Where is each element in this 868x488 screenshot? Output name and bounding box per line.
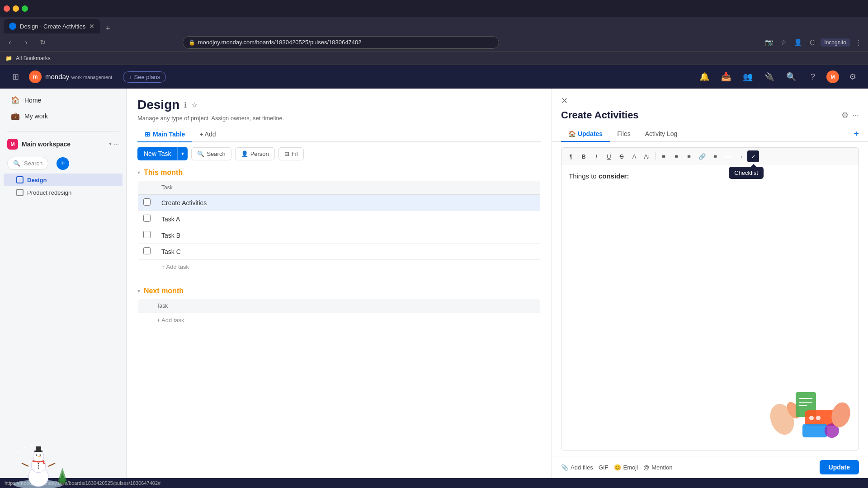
address-bar[interactable]: 🔒 moodjoy.monday.com/boards/1830420525/p…	[183, 36, 499, 49]
apps-grid-btn[interactable]: ⊞	[7, 69, 24, 85]
editor-font-size-btn[interactable]: A↕	[641, 150, 653, 162]
inbox-btn[interactable]: 📥	[718, 69, 734, 85]
task-row-a[interactable]: Task A	[138, 211, 541, 227]
invite-btn[interactable]: 👥	[740, 69, 756, 85]
right-panel: ✕ Create Activities ⚙ ··· 🏠 Updates	[552, 89, 868, 478]
search-bar[interactable]: 🔍 Search	[7, 157, 48, 170]
editor-italic-btn[interactable]: I	[590, 150, 602, 162]
see-plans-btn[interactable]: + See plans	[123, 71, 166, 83]
tab-add[interactable]: + Add	[192, 127, 223, 142]
logo-sub: work management	[71, 75, 113, 80]
editor-strikethrough-btn[interactable]: S	[616, 150, 627, 162]
update-btn[interactable]: Update	[820, 460, 859, 474]
svg-point-19	[31, 444, 33, 446]
sidebar-item-my-work[interactable]: 💼 My work	[4, 108, 123, 124]
minimize-window-btn[interactable]	[13, 5, 19, 12]
panel-tab-files[interactable]: Files	[610, 127, 638, 142]
panel-settings-btn[interactable]: ⚙	[841, 110, 849, 120]
help-btn[interactable]: ?	[805, 69, 821, 85]
filter-label: Fil	[292, 150, 298, 157]
editor-heading-btn[interactable]: ¶	[565, 150, 577, 162]
settings-btn[interactable]: ⚙	[844, 69, 861, 85]
forward-btn[interactable]: ›	[20, 36, 33, 49]
sidebar-item-home[interactable]: 🏠 Home	[4, 92, 123, 108]
search-btn[interactable]: 🔍	[783, 69, 799, 85]
editor-underline-btn[interactable]: U	[603, 150, 615, 162]
add-task-row-this-month[interactable]: + Add task	[138, 260, 541, 274]
tab-main-table[interactable]: ⊞ Main Table	[137, 127, 192, 142]
editor-link-btn[interactable]: 🔗	[696, 150, 708, 162]
panel-add-tab-btn[interactable]: +	[854, 127, 859, 141]
sidebar-item-product-redesign[interactable]: Product redesign	[4, 186, 123, 199]
menu-icon-btn[interactable]: ⋮	[852, 36, 864, 49]
task-row-b[interactable]: Task B	[138, 227, 541, 244]
add-task-row-next-month[interactable]: + Add task	[138, 313, 541, 328]
editor-bullet-btn[interactable]: ≡	[670, 150, 682, 162]
maximize-window-btn[interactable]	[22, 5, 28, 12]
more-filter-btn[interactable]: ⊟ Fil	[278, 147, 304, 160]
emoji-btn[interactable]: 😊 Emoji	[614, 464, 638, 471]
mention-btn[interactable]: @ Mention	[643, 464, 672, 471]
star-board-icon[interactable]: ☆	[191, 101, 198, 109]
profile-icon-btn[interactable]: 👤	[792, 36, 804, 49]
editor-body[interactable]: Things to consider:	[561, 165, 859, 450]
chevron-down-icon[interactable]: ▾	[109, 141, 112, 148]
info-icon[interactable]: ℹ	[184, 101, 187, 109]
editor-align-btn[interactable]: ≡	[658, 150, 670, 162]
close-window-btn[interactable]	[4, 5, 10, 12]
group-toggle-this-month[interactable]: ▾	[137, 169, 140, 176]
back-btn[interactable]: ‹	[4, 36, 16, 49]
workspace-name: Main workspace	[22, 141, 105, 148]
extension-icon-btn[interactable]: ⬡	[806, 36, 819, 49]
group-toggle-next-month[interactable]: ▾	[137, 288, 140, 294]
camera-icon-btn[interactable]: 📷	[763, 36, 775, 49]
top-nav: ⊞ m monday work management + See plans 🔔…	[0, 65, 868, 89]
task-checkbox-b[interactable]	[143, 231, 151, 238]
bookmarks-all[interactable]: All Bookmarks	[16, 55, 51, 61]
panel-more-btn[interactable]: ···	[852, 111, 859, 120]
sidebar-item-design[interactable]: Design	[4, 174, 123, 186]
board-icon-product	[16, 189, 24, 196]
editor-text-color-btn[interactable]: A	[628, 150, 640, 162]
editor-hr-btn[interactable]: —	[722, 150, 734, 162]
app-content: ⊞ m monday work management + See plans 🔔…	[0, 65, 868, 488]
task-row-c[interactable]: Task C	[138, 244, 541, 260]
integrations-btn[interactable]: 🔌	[761, 69, 778, 85]
editor-bold-btn[interactable]: B	[578, 150, 590, 162]
task-checkbox-c[interactable]	[143, 247, 151, 254]
panel-tab-updates[interactable]: 🏠 Updates	[561, 127, 610, 142]
editor-checklist-btn[interactable]: ✓	[747, 150, 759, 162]
task-row-create-activities[interactable]: Create Activities	[138, 195, 541, 211]
task-checkbox-a[interactable]	[143, 215, 151, 222]
editor-align-center-btn[interactable]: ≡	[709, 150, 721, 162]
user-avatar[interactable]: M	[826, 70, 839, 83]
editor-numbered-btn[interactable]: ≡	[683, 150, 695, 162]
editor-indent-btn[interactable]: →	[735, 150, 746, 162]
person-filter-btn[interactable]: 👤 Person	[235, 147, 275, 160]
paperclip-icon: 📎	[561, 464, 568, 471]
panel-close-btn[interactable]: ✕	[561, 96, 568, 106]
workspace-more-icon[interactable]: ···	[113, 141, 119, 148]
search-filter-btn[interactable]: 🔍 Search	[191, 147, 231, 160]
add-board-btn[interactable]: +	[57, 157, 69, 170]
add-files-btn[interactable]: 📎 Add files	[561, 464, 593, 471]
panel-tab-activity-log[interactable]: Activity Log	[638, 127, 685, 142]
panel-header: ✕	[552, 89, 868, 106]
group-this-month: ▾ This month Task	[137, 165, 541, 274]
star-icon-btn[interactable]: ☆	[777, 36, 790, 49]
bookmarks-bar: 📁 All Bookmarks	[0, 52, 868, 65]
new-task-dropdown-btn[interactable]: ▾	[177, 147, 188, 160]
task-checkbox-create[interactable]	[143, 198, 151, 206]
checkbox-header	[138, 181, 156, 195]
notifications-btn[interactable]: 🔔	[696, 69, 712, 85]
refresh-btn[interactable]: ↻	[36, 36, 49, 49]
workspace-header[interactable]: M Main workspace ▾ ···	[0, 135, 126, 153]
new-tab-btn[interactable]: +	[102, 24, 114, 33]
tab-close-btn[interactable]: ✕	[89, 23, 94, 30]
active-tab[interactable]: Design - Create Activities ✕	[4, 19, 100, 33]
board-header: Design ℹ ☆ Manage any type of project. A…	[127, 89, 552, 142]
gif-btn[interactable]: GIF	[599, 464, 609, 471]
new-task-main-btn[interactable]: New Task	[137, 147, 177, 160]
panel-tab-files-label: Files	[617, 130, 631, 137]
svg-point-17	[17, 451, 19, 453]
